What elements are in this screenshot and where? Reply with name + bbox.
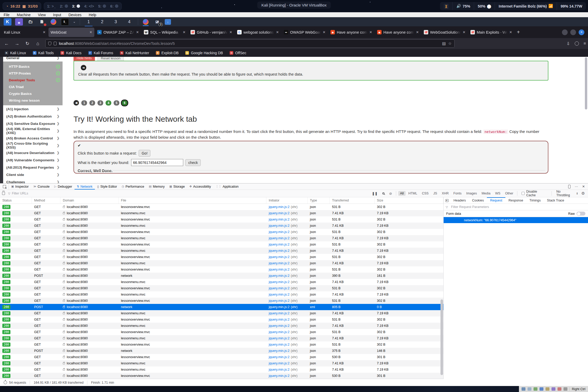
sidebar-item-http-basics[interactable]: HTTP Basics✓ [3, 63, 63, 70]
browser-tab-1[interactable]: Kali Linux✕ [2, 28, 48, 37]
filter-request-parameters-input[interactable]: ▽ Filter Request Parameters [444, 204, 588, 210]
request-row-7[interactable]: 200GETlocalhost:8080lessonoverview.mvcjq… [0, 241, 443, 248]
browser-tab-4[interactable]: WSQL – Wikipedia✕ [142, 28, 188, 37]
file-manager-icon[interactable]: 🗀 [27, 18, 34, 26]
taskbar-workspace-2[interactable]: 2 [97, 17, 107, 26]
tab-close-icon[interactable]: ✕ [463, 30, 466, 34]
sidebar-item--a4-xml-external-entities-xxe-[interactable]: (A4) XML External Entities (XXE)❯ [3, 127, 63, 134]
display-status-icon[interactable] [552, 387, 555, 391]
hint-arrow-icon[interactable]: ➜ [81, 65, 86, 70]
tab-close-icon[interactable]: ✕ [509, 30, 512, 34]
request-row-28[interactable]: 200GETlocalhost:8080lessonoverview.mvcjq… [0, 373, 443, 379]
request-row-26[interactable]: 200GETlocalhost:8080lessonmenu.mvcjquery… [0, 360, 443, 366]
tab-close-icon[interactable]: ✕ [369, 30, 372, 34]
request-row-18[interactable]: 200GETlocalhost:8080lessonmenu.mvcjquery… [0, 310, 443, 316]
panel-workspace-2[interactable]: 2: [60, 4, 68, 8]
firefox-launcher-icon[interactable] [50, 18, 57, 26]
request-row-1[interactable]: 200GETlocalhost:8080lessonoverview.mvcjq… [0, 204, 443, 210]
url-bar[interactable]: localhost:8080/WebGoat/start.mvc#lesson/… [45, 39, 455, 48]
forward-button[interactable]: → [13, 41, 21, 46]
devtools-tab-network[interactable]: ⇅Network [75, 183, 95, 189]
previous-page-button[interactable]: ◀ [74, 100, 79, 106]
panel-tab-response[interactable]: Response [505, 197, 526, 204]
panel-tab-headers[interactable]: Headers [450, 197, 469, 204]
volume-indicator[interactable]: 🔊75% [452, 2, 474, 10]
devtools-close-icon[interactable]: ✕ [582, 185, 585, 188]
initiator-link[interactable]: jquery.min.js:2 [269, 249, 290, 253]
usb-status-icon[interactable] [534, 387, 537, 391]
devtools-tab-application[interactable]: ⋮⋮Application [213, 183, 241, 189]
responsive-mode-icon[interactable] [568, 185, 571, 188]
firefox-running-icon[interactable] [142, 18, 150, 26]
column-header-file[interactable]: File [119, 197, 266, 204]
initiator-link[interactable]: jquery.min.js:2 [269, 261, 290, 265]
taskbar-workspace-4[interactable]: 4 [124, 17, 134, 26]
request-row-23[interactable]: 200GETlocalhost:8080lessonoverview.mvcjq… [0, 341, 443, 348]
browser-tab-3[interactable]: ⌁OWASP ZAP – ZAP in✕ [95, 28, 141, 37]
lesson-page-3[interactable]: 3 [97, 100, 103, 106]
initiator-link[interactable]: jquery.min.js:2 [269, 280, 290, 284]
column-header-domain[interactable]: Domain [60, 197, 119, 204]
devtools-tab-storage[interactable]: ▦Storage [167, 183, 187, 189]
close-window-button[interactable]: ✕ [579, 29, 584, 35]
reload-button[interactable]: ↻ [23, 41, 31, 46]
stopwatch-icon[interactable] [4, 381, 7, 384]
go-button[interactable]: Go! [139, 150, 150, 157]
tab-close-icon[interactable]: ✕ [136, 30, 139, 34]
number-input[interactable] [131, 159, 183, 166]
browser-tab-5[interactable]: 🐙GitHub - vernjan/web✕ [188, 28, 234, 37]
sidebar-item-writing-new-lesson[interactable]: Writing new lesson [3, 97, 63, 104]
browser-tab-9[interactable]: ☻Have anyone comple✕ [375, 28, 421, 37]
pause-icon[interactable]: ❚❚ [372, 192, 378, 195]
recording-status-icon[interactable] [558, 387, 561, 391]
initiator-link[interactable]: jquery.min.js:2 [269, 286, 290, 290]
filter-xhr[interactable]: XHR [440, 191, 450, 196]
initiator-link[interactable]: jquery.min.js:2 [269, 368, 290, 371]
taskbar-workspace-3[interactable]: 3 [111, 17, 121, 26]
request-row-5[interactable]: 200GETlocalhost:8080lessonoverview.mvcjq… [0, 229, 443, 235]
devtools-tab-inspector[interactable]: ▣Inspector [9, 183, 31, 189]
tab-close-icon[interactable]: ✕ [416, 30, 419, 34]
battery-indicator[interactable]: 99% 14.77W [557, 2, 586, 10]
request-row-2[interactable]: 200GETlocalhost:8080lessonmenu.mvcjquery… [0, 210, 443, 216]
devtools-tab-console[interactable]: ≫Console [31, 183, 52, 189]
request-row-6[interactable]: 200GETlocalhost:8080lessonmenu.mvcjquery… [0, 235, 443, 241]
devtools-tab-accessibility[interactable]: ✥Accessibility [187, 183, 213, 189]
request-row-3[interactable]: 200GETlocalhost:8080lessonoverview.mvcjq… [0, 216, 443, 223]
request-row-27[interactable]: 200GETlocalhost:8080lessonmenu.mvcjquery… [0, 366, 443, 373]
column-header-initiator[interactable]: Initiator [266, 197, 308, 204]
tab-close-icon[interactable]: ✕ [89, 30, 92, 34]
request-row-16[interactable]: 200GETlocalhost:8080lessonoverview.mvcjq… [0, 298, 443, 304]
disable-cache-checkbox[interactable]: Disable Cache [522, 190, 547, 197]
panel-workspace-4[interactable]: 4:</> [84, 4, 94, 8]
request-row-12[interactable]: 200POSTlocalhost:8080networkjquery.min.j… [0, 273, 443, 279]
request-row-13[interactable]: 200GETlocalhost:8080lessonmenu.mvcjquery… [0, 279, 443, 285]
column-header-type[interactable]: Type [308, 197, 330, 204]
text-editor-icon[interactable]: 🗎 [38, 18, 46, 26]
bookmark-kali-tools[interactable]: KKali Tools [33, 51, 54, 55]
downloads-icon[interactable]: ⇩ [566, 41, 570, 46]
hdd-status-icon[interactable] [522, 387, 525, 391]
block-icon[interactable]: ⊘ [389, 192, 392, 195]
filter-fonts[interactable]: Fonts [451, 191, 463, 196]
downloads-folder-icon[interactable]: ↓ [165, 19, 171, 25]
bookmark-kali-nethunter[interactable]: NKali NetHunter [120, 51, 149, 55]
reader-mode-icon[interactable]: ▤ [442, 41, 446, 46]
browser-tab-8[interactable]: ☻Have anyone comple✕ [328, 28, 374, 37]
request-row-15[interactable]: 200GETlocalhost:8080lessonmenu.mvcjquery… [0, 291, 443, 298]
filter-css[interactable]: CSS [420, 191, 431, 196]
panel-workspace-6[interactable]: 6: [110, 4, 118, 8]
workspace-indicator[interactable]: 1:>_2:3:4:</>5:6: [44, 2, 122, 10]
tab-list-button[interactable] [562, 29, 568, 35]
vbox-menu-machine[interactable]: Machine [17, 13, 31, 17]
request-row-9[interactable]: 200GETlocalhost:8080lessonoverview.mvcjq… [0, 254, 443, 260]
filter-ws[interactable]: WS [493, 191, 502, 196]
clear-requests-icon[interactable] [2, 192, 5, 195]
clock-widget[interactable]: ◔ 16:22 ▦ 31/03 [3, 2, 41, 10]
network-status-icon[interactable] [540, 387, 543, 391]
column-header-method[interactable]: Method [32, 197, 60, 204]
vbox-menu-input[interactable]: Input [53, 13, 61, 17]
sidebar-item--a8-2013-request-forgeries[interactable]: (A8:2013) Request Forgeries❯ [3, 164, 63, 171]
request-row-22[interactable]: 200GETlocalhost:8080lessonmenu.mvcjquery… [0, 335, 443, 341]
sidebar-item--a9-vulnerable-components[interactable]: (A9) Vulnerable Components❯ [3, 156, 63, 164]
